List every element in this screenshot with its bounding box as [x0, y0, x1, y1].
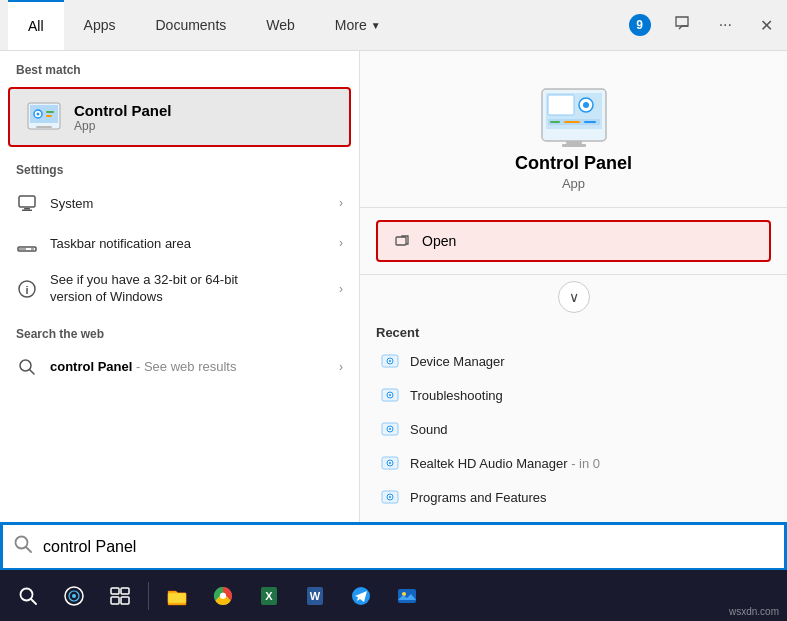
settings-item-system[interactable]: System › — [0, 183, 359, 223]
recent-item-icon-3 — [380, 419, 400, 439]
search-bar-icon — [13, 534, 33, 559]
svg-rect-58 — [168, 593, 186, 603]
taskbar-search-icon[interactable] — [8, 576, 48, 616]
close-icon[interactable]: ✕ — [754, 12, 779, 39]
nav-tabs-right: 9 ··· ✕ — [629, 10, 779, 40]
settings-item-system-label: System — [50, 196, 93, 211]
settings-item-taskbar-label: Taskbar notification area — [50, 236, 191, 251]
info-icon: i — [16, 278, 38, 300]
content-area: Best match Control Panel — [0, 51, 787, 570]
chevron-right-icon-2: › — [339, 236, 343, 250]
settings-item-taskbar[interactable]: Taskbar notification area › — [0, 223, 359, 263]
expand-button[interactable]: ∨ — [558, 281, 590, 313]
tab-all[interactable]: All — [8, 0, 64, 50]
svg-rect-19 — [548, 95, 574, 115]
svg-rect-24 — [564, 121, 580, 123]
taskbar-taskview-icon[interactable] — [100, 576, 140, 616]
search-bar — [0, 522, 787, 570]
svg-rect-9 — [22, 210, 32, 212]
recent-item-device-manager[interactable]: Device Manager — [376, 344, 771, 378]
svg-rect-23 — [550, 121, 560, 123]
recent-label: Recent — [376, 325, 771, 340]
taskbar-chrome-icon[interactable] — [203, 576, 243, 616]
recent-item-realtek1[interactable]: Realtek HD Audio Manager - in 0 — [376, 446, 771, 480]
svg-point-34 — [389, 394, 391, 396]
tab-documents[interactable]: Documents — [135, 0, 246, 50]
svg-rect-67 — [398, 589, 416, 603]
right-app-title: Control Panel — [515, 153, 632, 174]
recent-item-icon-2 — [380, 385, 400, 405]
open-icon — [394, 232, 412, 250]
svg-rect-5 — [46, 115, 52, 117]
tab-web[interactable]: Web — [246, 0, 315, 50]
expand-btn-container: ∨ — [360, 275, 787, 319]
recent-item-programs[interactable]: Programs and Features — [376, 480, 771, 514]
open-btn-container: Open — [360, 208, 787, 275]
best-match-title: Control Panel — [74, 102, 172, 119]
web-search-item[interactable]: control Panel - See web results › — [0, 347, 359, 387]
svg-line-50 — [31, 599, 36, 604]
svg-point-31 — [389, 360, 391, 362]
settings-item-bitversion-label: See if you have a 32-bit or 64-bitversio… — [50, 272, 238, 306]
recent-item-label-1: Device Manager — [410, 354, 505, 369]
svg-rect-27 — [562, 144, 586, 147]
svg-rect-28 — [396, 237, 406, 245]
right-panel: Control Panel App Open ∨ — [360, 51, 787, 570]
taskbar-telegram-icon[interactable] — [341, 576, 381, 616]
web-label: Search the web — [0, 315, 359, 347]
right-app-detail: Control Panel App — [360, 51, 787, 208]
chevron-right-web-icon: › — [339, 360, 343, 374]
taskbar-photos-icon[interactable] — [387, 576, 427, 616]
svg-rect-55 — [121, 588, 129, 594]
taskbar-cortana-icon[interactable] — [54, 576, 94, 616]
recent-item-label-3: Sound — [410, 422, 448, 437]
svg-rect-26 — [566, 141, 582, 144]
chevron-down-expand-icon: ∨ — [569, 289, 579, 305]
svg-rect-11 — [19, 249, 26, 250]
svg-rect-12 — [31, 249, 34, 250]
settings-item-bitversion[interactable]: i See if you have a 32-bit or 64-bitvers… — [0, 263, 359, 315]
watermark: wsxdn.com — [729, 606, 779, 617]
svg-point-40 — [389, 462, 391, 464]
svg-point-21 — [583, 102, 589, 108]
taskbar-fileexplorer-icon[interactable] — [157, 576, 197, 616]
svg-line-16 — [30, 369, 35, 374]
tab-more[interactable]: More ▼ — [315, 0, 401, 50]
svg-rect-7 — [19, 196, 35, 207]
recent-item-label-5: Programs and Features — [410, 490, 547, 505]
search-window: All Apps Documents Web More ▼ 9 — [0, 0, 787, 570]
left-panel: Best match Control Panel — [0, 51, 360, 570]
recent-item-troubleshooting[interactable]: Troubleshooting — [376, 378, 771, 412]
recent-item-sound[interactable]: Sound — [376, 412, 771, 446]
taskbar-separator — [148, 582, 149, 610]
tab-apps[interactable]: Apps — [64, 0, 136, 50]
best-match-item[interactable]: Control Panel App — [8, 87, 351, 147]
settings-label: Settings — [0, 151, 359, 183]
recent-item-icon-5 — [380, 487, 400, 507]
nav-tabs-left: All Apps Documents Web More ▼ — [8, 0, 401, 50]
web-search-text: control Panel - See web results — [50, 359, 236, 374]
taskbar-excel-icon[interactable]: X — [249, 576, 289, 616]
svg-point-37 — [389, 428, 391, 430]
svg-text:W: W — [310, 590, 321, 602]
svg-rect-25 — [584, 121, 596, 123]
svg-line-48 — [26, 547, 31, 552]
search-web-icon — [16, 356, 38, 378]
recent-section: Recent Device Manager — [360, 319, 787, 554]
svg-rect-6 — [36, 126, 52, 128]
svg-rect-54 — [111, 588, 119, 594]
feedback-icon[interactable] — [667, 10, 697, 40]
chevron-down-icon: ▼ — [371, 20, 381, 31]
best-match-subtitle: App — [74, 119, 172, 133]
search-input[interactable] — [43, 538, 774, 556]
notification-badge: 9 — [629, 14, 651, 36]
control-panel-icon-large — [538, 81, 610, 153]
svg-point-61 — [220, 593, 226, 599]
recent-item-label-2: Troubleshooting — [410, 388, 503, 403]
taskbar-word-icon[interactable]: W — [295, 576, 335, 616]
svg-point-43 — [389, 496, 391, 498]
taskbar-icon — [16, 232, 38, 254]
recent-item-label-4: Realtek HD Audio Manager - in 0 — [410, 456, 600, 471]
more-options-icon[interactable]: ··· — [713, 12, 738, 38]
open-button[interactable]: Open — [376, 220, 771, 262]
